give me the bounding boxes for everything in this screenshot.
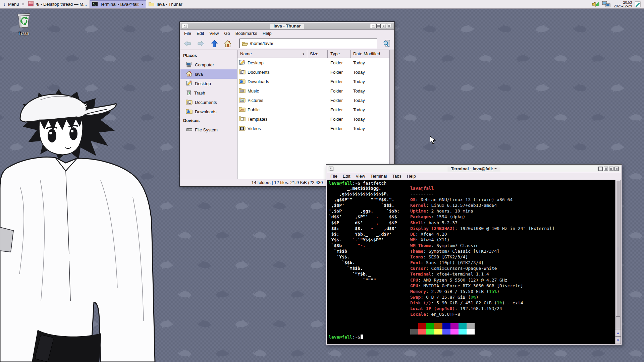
terminal-menu-file[interactable]: File <box>328 173 340 179</box>
column-header-size[interactable]: Size <box>307 50 328 58</box>
thunar-toolbar: /home/lava/ <box>180 37 394 50</box>
window-menu-button[interactable] <box>329 167 333 171</box>
column-header-type[interactable]: Type <box>328 50 351 58</box>
file-row-downloads[interactable]: DownloadsFolderToday <box>237 77 389 86</box>
close-button[interactable] <box>387 24 391 28</box>
sidebar-item-lava[interactable]: lava <box>180 69 237 79</box>
scrollbar-track[interactable] <box>615 180 621 329</box>
folder-public-icon <box>239 106 246 113</box>
file-row-public[interactable]: PublicFolderToday <box>237 105 389 114</box>
file-row-pictures[interactable]: PicturesFolderToday <box>237 96 389 105</box>
file-modified-cell: Today <box>351 60 389 65</box>
ascii-line: `Y$$. <box>329 254 399 260</box>
palette-color <box>426 329 434 335</box>
sidebar-item-computer[interactable]: Computer <box>180 60 237 69</box>
file-modified-cell: Today <box>351 107 389 112</box>
entry-value: : Xfce4 4.20 <box>416 232 447 237</box>
sidebar-item-desktop[interactable]: Desktop <box>180 79 237 88</box>
fastfetch-entry: Font: Sans (10pt) [GTK2/3/4] <box>410 260 554 265</box>
ascii-text: $$P <box>379 220 397 225</box>
sidebar-item-documents[interactable]: Documents <box>180 98 237 107</box>
terminal-menu-tabs[interactable]: Tabs <box>390 173 404 179</box>
taskbar-item-1[interactable]: /t/ - Desktop thread — M... <box>25 0 90 8</box>
up-button[interactable] <box>210 39 219 48</box>
file-row-videos[interactable]: VideosFolderToday <box>237 124 389 133</box>
file-row-desktop[interactable]: DesktopFolderToday <box>237 58 389 67</box>
panel-arrow-icon[interactable]: ↓ <box>1 2 7 7</box>
ascii-text: $$; Y$b._ _,d$P' <box>329 232 392 237</box>
ascii-text: ',$$P ,ggs. `$$b: <box>329 208 399 214</box>
entry-label: DE <box>410 232 416 237</box>
fastfetch-entry: Icons: SE98 [GTK2/3/4] <box>410 254 554 260</box>
thunar-window[interactable]: lava - Thunar FileEditViewGoBookmarksHel… <box>179 21 395 187</box>
shade-button[interactable] <box>598 167 603 171</box>
applications-menu-button[interactable]: Menu <box>8 2 19 7</box>
trash-icon <box>186 89 192 97</box>
thunar-menu-help[interactable]: Help <box>260 30 274 37</box>
panel-grip-handle[interactable] <box>22 2 24 7</box>
terminal-titlebar[interactable]: Terminal - lava@fall: ~ <box>327 165 621 172</box>
clock[interactable]: 20:53 2025-12-29 <box>614 1 632 8</box>
thunar-menu-bookmarks[interactable]: Bookmarks <box>233 30 260 37</box>
terminal-menu-help[interactable]: Help <box>405 173 418 179</box>
shade-button[interactable] <box>371 24 375 28</box>
column-header-date-modified[interactable]: Date Modified <box>351 50 389 58</box>
taskbar-item-label: lava - Thunar <box>157 2 182 7</box>
close-button[interactable] <box>614 167 619 171</box>
terminal-menu-view[interactable]: View <box>353 173 367 179</box>
file-list-scrollbar[interactable] <box>389 50 394 179</box>
status-text: 14 folders | 12 files: 21.9 KiB (22,430 <box>252 180 323 185</box>
fastfetch-separator: --------- <box>410 191 554 197</box>
terminal-scrollbar[interactable]: ▲ ▼ <box>615 180 621 344</box>
iconify-button[interactable] <box>382 24 386 28</box>
maximize-button[interactable] <box>604 167 608 171</box>
ascii-text: `$$b. <box>329 260 355 265</box>
volume-icon[interactable] <box>592 1 599 7</box>
sidebar-item-label: Computer <box>195 62 214 67</box>
palette-color <box>450 329 459 335</box>
sidebar-item-file-system[interactable]: File System <box>180 125 237 134</box>
thunar-menu-file[interactable]: File <box>182 30 194 37</box>
thunar-menu-go[interactable]: Go <box>222 30 232 37</box>
terminal-menu-terminal[interactable]: Terminal <box>368 173 389 179</box>
file-name-cell: Pictures <box>237 97 307 104</box>
entry-value: : Symptom7 Classic <box>431 243 479 248</box>
file-modified-cell: Today <box>351 98 389 103</box>
terminal-window[interactable]: Terminal - lava@fall: ~ FileEditViewTerm… <box>326 164 622 345</box>
window-menu-button[interactable] <box>183 24 187 28</box>
taskbar-item-2[interactable]: Terminal - lava@fall: ~ <box>90 0 146 8</box>
trash-label: Trash <box>12 31 36 36</box>
forward-button[interactable] <box>197 39 205 48</box>
scroll-down-button[interactable]: ▼ <box>615 337 621 344</box>
file-row-documents[interactable]: DocumentsFolderToday <box>237 67 389 77</box>
column-header-name[interactable]: Name▾ <box>237 50 307 58</box>
ascii-line: `Y$$b. <box>329 265 399 271</box>
prompt-dollar: $ <box>358 181 360 186</box>
file-modified-cell: Today <box>351 117 389 122</box>
notes-icon[interactable] <box>635 1 641 7</box>
sidebar-item-downloads[interactable]: Downloads <box>180 107 237 116</box>
terminal-screen[interactable]: lava@fall:~$ fastfetch _,met$$$$$gg. ,g$… <box>327 180 615 344</box>
home-button[interactable] <box>223 39 232 48</box>
ascii-line: `"Y$b._ <box>329 271 399 277</box>
path-input[interactable]: /home/lava/ <box>239 39 377 48</box>
file-name: Desktop <box>248 60 264 65</box>
thunar-menu-view[interactable]: View <box>207 30 221 37</box>
iconify-button[interactable] <box>609 167 613 171</box>
file-row-music[interactable]: MusicFolderToday <box>237 86 389 96</box>
search-icon <box>383 40 391 48</box>
taskbar-item-3[interactable]: lava - Thunar <box>146 0 185 8</box>
maximize-button[interactable] <box>376 24 381 28</box>
search-button[interactable] <box>382 39 391 48</box>
scroll-up-button[interactable]: ▲ <box>615 329 621 337</box>
thunar-menu-edit[interactable]: Edit <box>194 30 206 37</box>
file-row-templates[interactable]: TemplatesFolderToday <box>237 114 389 124</box>
network-icon[interactable] <box>602 1 611 8</box>
thunar-titlebar[interactable]: lava - Thunar <box>180 22 394 29</box>
back-button[interactable] <box>183 39 192 48</box>
terminal-menu-edit[interactable]: Edit <box>340 173 353 179</box>
sidebar-item-trash[interactable]: Trash <box>180 88 237 98</box>
scrollbar-thumb[interactable] <box>616 180 620 317</box>
trash-desktop-icon[interactable]: Trash <box>12 11 36 36</box>
ascii-text: `d$$' ,$P"' <box>329 214 376 219</box>
